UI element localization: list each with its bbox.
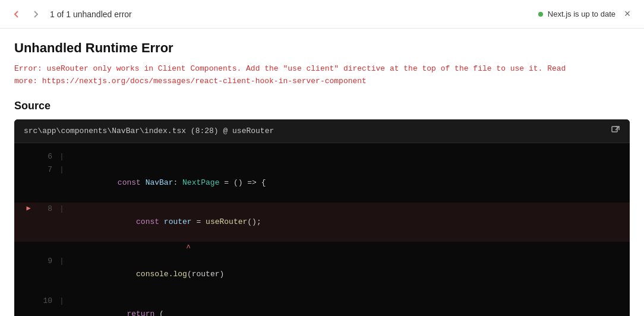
top-bar-left: 1 of 1 unhandled error	[10, 7, 132, 21]
code-line-9: 9 | console.log(router)	[14, 255, 630, 294]
code-body: 6 | 7 | const NavBar: NextPage = () => {…	[14, 143, 630, 316]
code-line-8: ▶ 8 | const router = useRouter();	[14, 203, 630, 242]
external-link-icon[interactable]	[611, 125, 620, 137]
prev-error-button[interactable]	[10, 7, 24, 21]
code-container: src\app\components\NavBar\index.tsx (8:2…	[14, 119, 630, 316]
status-dot-icon	[538, 12, 543, 17]
error-message-line1: Error: useRouter only works in Client Co…	[14, 64, 566, 73]
line-6-indicator	[24, 150, 33, 162]
line-10-code: return (	[71, 295, 164, 316]
line-9-sep: |	[59, 255, 64, 268]
top-bar-right: Next.js is up to date ×	[538, 7, 634, 21]
error-count-label: 1 of 1 unhandled error	[50, 10, 132, 19]
close-button[interactable]: ×	[620, 7, 634, 21]
caret-line: ^	[14, 242, 630, 255]
code-file-path: src\app\components\NavBar\index.tsx (8:2…	[24, 127, 274, 135]
error-title: Unhandled Runtime Error	[14, 40, 630, 56]
line-7-code: const NavBar: NextPage = () => {	[71, 163, 266, 203]
line-9-indicator	[24, 255, 33, 267]
line-9-code: console.log(router)	[71, 255, 224, 294]
line-8-sep: |	[59, 203, 64, 216]
code-line-7: 7 | const NavBar: NextPage = () => {	[14, 163, 630, 203]
line-8-code: const router = useRouter();	[71, 203, 261, 242]
line-10-sep: |	[59, 295, 64, 308]
next-error-button[interactable]	[29, 7, 43, 21]
line-7-number: 7	[36, 163, 52, 176]
code-line-6: 6 |	[14, 150, 630, 163]
line-6-sep: |	[59, 150, 64, 163]
code-header: src\app\components\NavBar\index.tsx (8:2…	[14, 119, 630, 143]
status-text-label: Next.js is up to date	[548, 10, 615, 18]
line-10-number: 10	[36, 295, 52, 308]
line-7-sep: |	[59, 163, 64, 176]
error-message-line2: more: https://nextjs.org/docs/messages/r…	[14, 77, 367, 86]
line-6-number: 6	[36, 150, 52, 163]
top-bar: 1 of 1 unhandled error Next.js is up to …	[0, 0, 644, 29]
caret-content: ^	[75, 242, 191, 255]
line-8-indicator: ▶	[24, 203, 33, 214]
code-line-10: 10 | return (	[14, 295, 630, 316]
error-message: Error: useRouter only works in Client Co…	[14, 63, 630, 88]
line-7-indicator	[24, 163, 33, 175]
line-8-number: 8	[36, 203, 52, 216]
line-10-indicator	[24, 295, 33, 306]
source-title: Source	[14, 100, 630, 112]
main-content: Unhandled Runtime Error Error: useRouter…	[0, 29, 644, 316]
line-9-number: 9	[36, 255, 52, 268]
